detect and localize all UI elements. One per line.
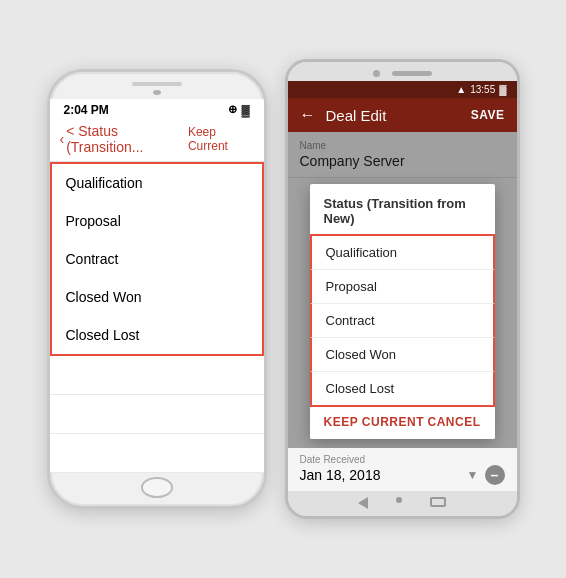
bluetooth-icon: ⊕ [228,103,237,116]
android-date-row: Jan 18, 2018 ▼ – [300,465,505,485]
ios-screen: 2:04 PM ⊕ ▓ ‹ < Status (Transition... Ke… [50,99,264,473]
ios-status-icons: ⊕ ▓ [228,103,249,116]
ios-back-label: < Status (Transition... [66,123,188,155]
android-back-button[interactable]: ← [300,106,316,124]
ios-phone: 2:04 PM ⊕ ▓ ‹ < Status (Transition... Ke… [47,69,267,509]
android-toolbar: ← Deal Edit SAVE [288,98,517,132]
android-screen: ▲ 13:55 ▓ ← Deal Edit SAVE Name Company … [288,81,517,491]
list-item-empty [50,395,264,434]
dialog-item-label: Contract [326,313,375,328]
android-camera [373,70,380,77]
ios-time: 2:04 PM [64,103,109,117]
android-time: 13:55 [470,84,495,95]
android-nav-bar [288,491,517,516]
android-recents-nav-icon[interactable] [430,497,446,507]
dialog-item-label: Proposal [326,279,377,294]
list-item[interactable]: Contract [50,240,264,278]
list-item[interactable]: Proposal [50,202,264,240]
dialog-item-label: Qualification [326,245,398,260]
remove-date-button[interactable]: – [485,465,505,485]
android-content: Name Company Server Status (Transition f… [288,132,517,491]
list-item-empty [50,356,264,395]
dialog-list-item[interactable]: Qualification [310,234,495,270]
list-item-label: Closed Lost [66,327,140,343]
list-item-label: Proposal [66,213,121,229]
android-status-bar: ▲ 13:55 ▓ [288,81,517,98]
ios-nav-bar: ‹ < Status (Transition... Keep Current [50,119,264,162]
dialog-title: Status (Transition from New) [310,184,495,234]
dialog-list-item[interactable]: Proposal [310,270,495,304]
android-speaker [392,71,432,76]
ios-status-bar: 2:04 PM ⊕ ▓ [50,99,264,119]
dialog-list-item[interactable]: Closed Lost [310,372,495,407]
list-item[interactable]: Closed Won [50,278,264,316]
dialog-list-item[interactable]: Closed Won [310,338,495,372]
android-date-field: Date Received Jan 18, 2018 ▼ – [288,448,517,491]
dialog-list-item[interactable]: Contract [310,304,495,338]
ios-back-button[interactable]: ‹ < Status (Transition... [60,123,188,155]
dialog-list: Qualification Proposal Contract Closed W… [310,234,495,407]
android-top-bar [288,62,517,81]
list-item-label: Contract [66,251,119,267]
battery-icon: ▓ [241,104,249,116]
list-item-empty [50,434,264,473]
dialog-overlay: Status (Transition from New) Qualificati… [288,132,517,491]
cancel-button[interactable]: CANCEL [428,415,481,429]
ios-status-list: Qualification Proposal Contract Closed W… [50,162,264,473]
dialog-item-label: Closed Lost [326,381,395,396]
keep-current-button[interactable]: KEEP CURRENT [324,415,424,429]
android-date-label: Date Received [300,454,505,465]
dialog-item-label: Closed Won [326,347,397,362]
android-save-button[interactable]: SAVE [471,108,505,122]
ios-home-button[interactable] [141,477,173,498]
list-item[interactable]: Closed Lost [50,316,264,356]
list-item-label: Qualification [66,175,143,191]
status-transition-dialog: Status (Transition from New) Qualificati… [310,184,495,439]
wifi-icon: ▲ [456,84,466,95]
ios-keep-current-button[interactable]: Keep Current [188,125,254,153]
android-date-value: Jan 18, 2018 [300,467,381,483]
list-item-label: Closed Won [66,289,142,305]
dialog-actions: KEEP CURRENT CANCEL [310,407,495,439]
ios-speaker [132,82,182,86]
android-home-nav-icon[interactable] [396,497,402,503]
ios-camera [153,90,161,95]
android-back-nav-icon[interactable] [358,497,368,509]
android-toolbar-title: Deal Edit [326,107,461,124]
android-phone: ▲ 13:55 ▓ ← Deal Edit SAVE Name Company … [285,59,520,519]
chevron-left-icon: ‹ [60,131,65,147]
dropdown-icon[interactable]: ▼ [467,468,479,482]
battery-icon: ▓ [499,84,506,95]
list-item[interactable]: Qualification [50,162,264,202]
